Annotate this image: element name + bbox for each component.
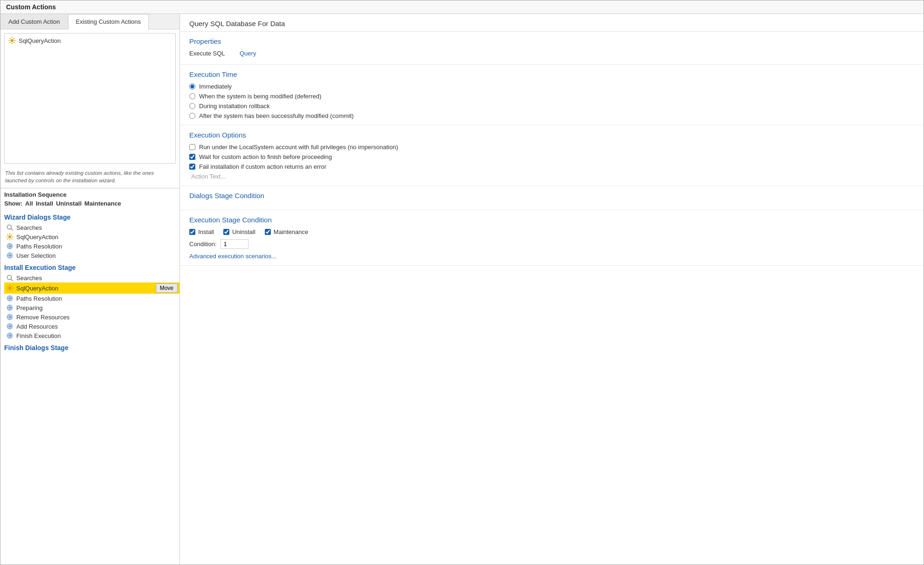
execution-stage-condition-section: Execution Stage Condition Install Uninst… (180, 210, 924, 266)
properties-section: Properties Execute SQL Query (180, 32, 924, 65)
installation-sequence: Installation Sequence Show: All Install … (0, 188, 179, 210)
list-item[interactable]: SqlQueryAction (7, 35, 173, 46)
stage-item-label: SqlQueryAction (16, 234, 58, 241)
checkbox-install-stage[interactable]: Install (189, 228, 214, 235)
tab-existing-custom-actions[interactable]: Existing Custom Actions (68, 14, 149, 29)
execution-time-radio-group: Immediately When the system is being mod… (189, 83, 914, 119)
arrow-icon (6, 242, 14, 250)
filter-uninstall[interactable]: Uninstall (56, 200, 82, 207)
stage-item-finish-execution-install[interactable]: Finish Execution (4, 331, 179, 340)
seq-title: Installation Sequence (4, 191, 176, 198)
filter-maintenance[interactable]: Maintenance (84, 200, 121, 207)
prop-value-query[interactable]: Query (240, 50, 256, 57)
checkbox-maintenance-stage[interactable]: Maintenance (265, 228, 308, 235)
stage-item-label: Add Resources (16, 323, 58, 330)
radio-rollback[interactable]: During installation rollback (189, 103, 914, 110)
prop-label-execute-sql: Execute SQL (189, 50, 236, 57)
finish-dialogs-title: Finish Dialogs Stage (4, 344, 179, 351)
prop-row-execute-sql: Execute SQL Query (189, 50, 914, 57)
condition-input[interactable] (221, 239, 248, 249)
advanced-link[interactable]: Advanced execution scenarios... (189, 253, 276, 260)
dialogs-stage-condition-section: Dialogs Stage Condition (180, 186, 924, 210)
arrow-icon (6, 332, 14, 339)
stage-item-searches-wizard[interactable]: Searches (4, 223, 179, 232)
condition-label: Condition: (189, 241, 217, 248)
stage-item-label: Preparing (16, 304, 42, 311)
window-title: Custom Actions (0, 0, 924, 14)
stage-item-label: Paths Resolution (16, 243, 62, 250)
svg-point-0 (11, 39, 14, 42)
stage-item-label: Searches (16, 275, 42, 282)
right-header: Query SQL Database For Data (180, 14, 924, 32)
left-panel-scroll: Wizard Dialogs Stage Searches (0, 210, 179, 565)
checkbox-uninstall-stage[interactable]: Uninstall (223, 228, 255, 235)
svg-point-3 (8, 235, 11, 238)
stage-item-label: Finish Execution (16, 332, 61, 339)
stage-item-label: User Selection (16, 252, 56, 259)
wizard-dialogs-title: Wizard Dialogs Stage (4, 214, 179, 221)
stage-item-add-resources-install[interactable]: Add Resources (4, 322, 179, 331)
svg-point-10 (8, 287, 11, 289)
finish-dialogs-stage: Finish Dialogs Stage (0, 344, 179, 351)
properties-title: Properties (189, 37, 914, 45)
stage-item-label: SqlQueryAction (16, 285, 153, 292)
stage-item-remove-resources-install[interactable]: Remove Resources (4, 312, 179, 322)
show-row: Show: All Install Uninstall Maintenance (4, 200, 176, 207)
hint-text: This list contains already existing cust… (5, 169, 175, 184)
radio-commit[interactable]: After the system has been successfully m… (189, 112, 914, 119)
search-icon (6, 224, 14, 231)
execution-time-section: Execution Time Immediately When the syst… (180, 65, 924, 125)
arrow-icon (6, 304, 14, 311)
move-button[interactable]: Move (156, 283, 178, 293)
action-text: Action Text... (191, 173, 914, 180)
filter-all[interactable]: All (25, 200, 33, 207)
search-icon (6, 274, 14, 282)
left-panel: Add Custom Action Existing Custom Action… (0, 14, 180, 565)
radio-immediately[interactable]: Immediately (189, 83, 914, 90)
stage-item-searches-install[interactable]: Searches (4, 273, 179, 282)
svg-line-2 (11, 229, 13, 231)
condition-checkboxes-row: Install Uninstall Maintenance (189, 228, 914, 235)
arrow-icon (6, 252, 14, 259)
arrow-icon (6, 323, 14, 330)
install-execution-stage: Install Execution Stage Searches (0, 264, 179, 340)
existing-actions-list: SqlQueryAction (4, 33, 176, 164)
stage-item-sqlquery-wizard[interactable]: SqlQueryAction (4, 232, 179, 241)
checkbox-localsystem[interactable]: Run under the LocalSystem account with f… (189, 144, 914, 151)
filter-install[interactable]: Install (36, 200, 54, 207)
stage-item-label: Paths Resolution (16, 295, 62, 302)
radio-deferred[interactable]: When the system is being modified (defer… (189, 93, 914, 100)
tabs-bar: Add Custom Action Existing Custom Action… (0, 14, 179, 29)
gear-icon (6, 284, 14, 292)
list-item-label: SqlQueryAction (19, 37, 61, 44)
execution-options-section: Execution Options Run under the LocalSys… (180, 125, 924, 186)
main-layout: Add Custom Action Existing Custom Action… (0, 14, 924, 565)
condition-field-row: Condition: (189, 239, 914, 249)
stage-item-label: Remove Resources (16, 314, 69, 321)
show-label: Show: (4, 200, 22, 207)
checkbox-fail-error[interactable]: Fail installation if custom action retur… (189, 163, 914, 170)
checkbox-wait-finish[interactable]: Wait for custom action to finish before … (189, 153, 914, 160)
stage-item-preparing-install[interactable]: Preparing (4, 303, 179, 312)
gear-icon (6, 233, 14, 241)
dialogs-stage-condition-title: Dialogs Stage Condition (189, 192, 914, 200)
arrow-icon (6, 313, 14, 321)
install-execution-title: Install Execution Stage (4, 264, 179, 271)
right-panel: Query SQL Database For Data Properties E… (180, 14, 924, 565)
wizard-dialogs-stage: Wizard Dialogs Stage Searches (0, 214, 179, 260)
stage-item-paths-resolution-wizard[interactable]: Paths Resolution (4, 241, 179, 251)
stage-item-paths-resolution-install[interactable]: Paths Resolution (4, 294, 179, 303)
stage-item-sqlquery-install[interactable]: SqlQueryAction Move (4, 282, 179, 294)
svg-line-9 (11, 279, 13, 281)
arrow-icon (6, 295, 14, 302)
execution-stage-condition-title: Execution Stage Condition (189, 216, 914, 224)
gear-icon (8, 37, 16, 44)
stage-item-user-selection-wizard[interactable]: User Selection (4, 251, 179, 260)
execution-options-title: Execution Options (189, 131, 914, 139)
main-window: Custom Actions Add Custom Action Existin… (0, 0, 924, 565)
execution-time-title: Execution Time (189, 70, 914, 78)
tab-add-custom-action[interactable]: Add Custom Action (0, 14, 68, 29)
stage-item-label: Searches (16, 224, 42, 231)
